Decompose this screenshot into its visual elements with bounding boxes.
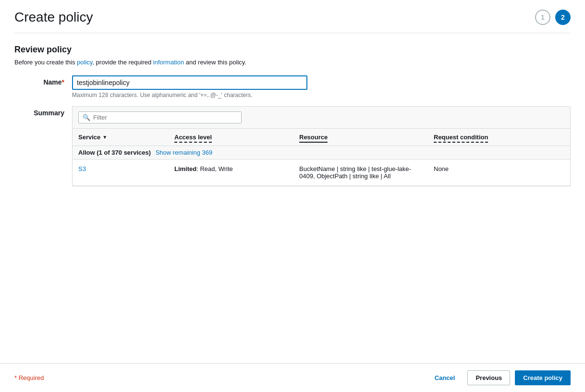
name-label: Name* <box>14 75 72 86</box>
review-section-title: Review policy <box>14 45 571 55</box>
page-title: Create policy <box>14 10 93 25</box>
cancel-button[interactable]: Cancel <box>427 371 463 385</box>
summary-label: Summary <box>14 106 72 117</box>
name-input[interactable] <box>72 75 307 90</box>
td-access-level: Limited: Read, Write <box>169 163 293 174</box>
table-row: S3 Limited: Read, Write BucketName | str… <box>73 159 570 186</box>
sort-arrow-icon: ▼ <box>102 135 107 140</box>
policy-link[interactable]: policy <box>77 59 92 66</box>
th-request-condition: Request condition <box>428 132 570 143</box>
allow-row: Allow (1 of 370 services) Show remaining… <box>73 146 570 159</box>
name-form-row: Name* Maximum 128 characters. Use alphan… <box>14 75 571 98</box>
td-request-condition: None <box>428 163 570 174</box>
s3-service-link[interactable]: S3 <box>78 165 86 172</box>
td-resource: BucketName | string like | test-glue-lak… <box>293 163 428 182</box>
page-header: Create policy 1 2 <box>14 10 571 25</box>
td-service: S3 <box>73 163 169 174</box>
summary-table: 🔍 Service ▼ Access level Resource <box>72 106 571 186</box>
summary-row: Summary 🔍 Service ▼ Access level <box>14 106 571 186</box>
filter-input[interactable] <box>93 114 237 121</box>
previous-button[interactable]: Previous <box>467 370 510 385</box>
step-1-indicator: 1 <box>535 10 550 25</box>
table-header: Service ▼ Access level Resource Request … <box>73 129 570 146</box>
name-hint: Maximum 128 characters. Use alphanumeric… <box>72 92 571 98</box>
filter-bar: 🔍 <box>73 107 570 129</box>
search-icon: 🔍 <box>83 114 90 121</box>
create-policy-button[interactable]: Create policy <box>515 370 571 385</box>
step-indicators: 1 2 <box>535 10 571 25</box>
filter-input-wrapper: 🔍 <box>78 111 242 123</box>
footer-bar: * Required Cancel Previous Create policy <box>0 363 585 392</box>
header-divider <box>14 33 571 33</box>
information-link[interactable]: information <box>153 59 184 66</box>
show-remaining-link[interactable]: Show remaining 369 <box>156 149 213 156</box>
footer-actions: Cancel Previous Create policy <box>427 370 571 385</box>
th-service: Service ▼ <box>73 132 169 143</box>
name-form-control: Maximum 128 characters. Use alphanumeric… <box>72 75 571 98</box>
step-2-indicator: 2 <box>555 10 571 25</box>
th-resource: Resource <box>293 132 428 143</box>
th-access-level: Access level <box>169 132 293 143</box>
review-section-desc: Before you create this policy, provide t… <box>14 59 571 66</box>
footer-required: * Required <box>14 374 44 381</box>
